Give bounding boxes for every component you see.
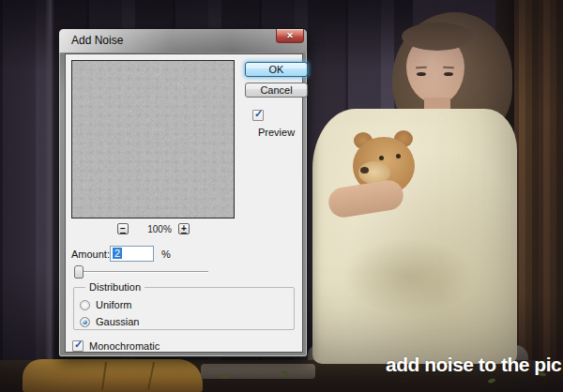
check-icon: ✓ [74,339,83,351]
radio-gaussian-circle[interactable] [80,317,90,327]
monochromatic-label: Monochromatic [89,340,160,352]
radio-gaussian[interactable]: Gaussian [80,312,139,324]
close-button[interactable]: ✕ [276,29,304,43]
radio-uniform-label: Uniform [96,299,132,310]
preview-checkbox[interactable]: ✓Preview [252,106,302,118]
dialog-title: Add Noise [71,34,123,47]
add-noise-dialog: Add Noise ✕ [58,28,308,357]
preview-checkbox-box[interactable]: ✓ [252,110,264,121]
amount-input[interactable]: 2 [110,246,154,262]
amount-slider-track[interactable] [75,271,208,273]
monochromatic-checkbox[interactable]: ✓Monochromatic [72,337,160,349]
noise-preview-image [72,61,234,218]
zoom-in-button[interactable]: + [178,223,190,234]
plus-icon: + [181,223,187,234]
noise-preview-pane[interactable] [71,60,235,219]
dialog-client-area: − 100% + Amount: 2 % Distribution Unifor… [65,53,303,353]
check-icon: ✓ [254,108,263,120]
ok-button[interactable]: OK [245,62,308,77]
radio-uniform[interactable]: Uniform [80,295,132,308]
photoshop-canvas: add noise to the pic Add Noise ✕ [0,0,563,392]
amount-value: 2 [113,248,122,259]
dialog-titlebar[interactable]: Add Noise ✕ [59,29,307,53]
distribution-group: Distribution Uniform Gaussian [73,287,295,330]
zoom-out-button[interactable]: − [117,223,129,234]
amount-unit: % [161,249,171,260]
amount-label: Amount: [71,249,110,260]
cancel-button[interactable]: Cancel [245,83,308,98]
distribution-legend: Distribution [85,281,145,293]
zoom-level: 100% [139,224,180,234]
caption-text: add noise to the pic [386,354,561,376]
preview-label: Preview [258,127,295,138]
monochromatic-checkbox-box[interactable]: ✓ [72,340,84,352]
minus-icon: − [120,223,126,234]
amount-slider-thumb[interactable] [74,265,84,279]
radio-uniform-circle[interactable] [80,300,90,310]
close-icon: ✕ [277,29,303,42]
radio-gaussian-label: Gaussian [96,316,139,327]
